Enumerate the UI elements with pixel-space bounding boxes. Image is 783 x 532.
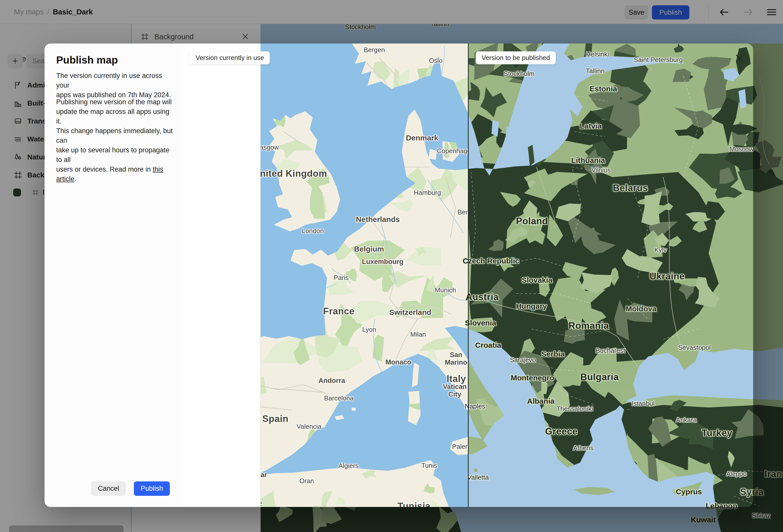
bus-icon [14, 117, 22, 126]
publish-dialog: Publish map The version currently in use… [44, 43, 753, 507]
cancel-button[interactable]: Cancel [91, 481, 126, 496]
dialog-paragraph-2-text: Publishing new version of the map will u… [56, 98, 173, 173]
breadcrumb-my-maps[interactable]: My maps [14, 8, 44, 16]
dialog-paragraph-2-period: . [74, 175, 76, 183]
topbar-divider [708, 4, 709, 20]
dialog-title: Publish map [56, 54, 118, 66]
map-label-shiraz: Shiraz [752, 512, 771, 519]
map-label-stockholm: Stockholm [345, 23, 376, 31]
redo-arrow-icon[interactable] [743, 7, 754, 18]
undo-arrow-icon[interactable] [718, 7, 730, 18]
publish-confirm-button[interactable]: Publish [134, 481, 170, 496]
add-layer-button[interactable] [8, 54, 23, 68]
frame-icon [14, 171, 22, 180]
top-bar: My maps / Basic_Dark Save Publish [0, 0, 783, 24]
publish-button-topbar[interactable]: Publish [652, 5, 689, 20]
save-button[interactable]: Save [625, 5, 648, 20]
plus-icon [11, 57, 19, 65]
dialog-paragraph-2: Publishing new version of the map will u… [56, 97, 175, 184]
menu-icon[interactable] [765, 7, 778, 18]
dialog-footer: Cancel Publish [91, 481, 170, 496]
compare-swipe-divider[interactable] [468, 43, 469, 507]
nature-icon [14, 153, 22, 161]
flag-icon [14, 81, 22, 90]
frame-icon [32, 189, 39, 196]
frame-icon [141, 33, 149, 41]
preview-close-icon[interactable] [735, 54, 745, 63]
background-panel-close-icon[interactable] [241, 32, 250, 41]
version-current-badge: Version currently in use [190, 51, 270, 64]
background-panel-title: Background [154, 33, 194, 41]
app-screen: BergenOsloGlasgowDenmarkCopenhagenUnited… [0, 0, 783, 532]
breadcrumb-separator: / [47, 8, 49, 16]
breadcrumb: My maps / Basic_Dark [14, 0, 93, 24]
publish-dialog-pane: Publish map The version currently in use… [44, 43, 182, 507]
map-label-kuwait: Kuwait [691, 515, 716, 524]
breadcrumb-map-name: Basic_Dark [53, 8, 93, 16]
dialog-paragraph-1: The version currently in use across your… [56, 71, 175, 100]
layers-panel-bottom-bar[interactable] [9, 525, 124, 532]
version-new-badge: Version to be published [476, 51, 556, 64]
map-label-iran: Iran [764, 469, 782, 479]
water-icon [14, 135, 22, 144]
layer-item-label: Water [27, 135, 47, 143]
layer-color-swatch[interactable] [13, 189, 21, 196]
buildings-icon [14, 99, 22, 107]
